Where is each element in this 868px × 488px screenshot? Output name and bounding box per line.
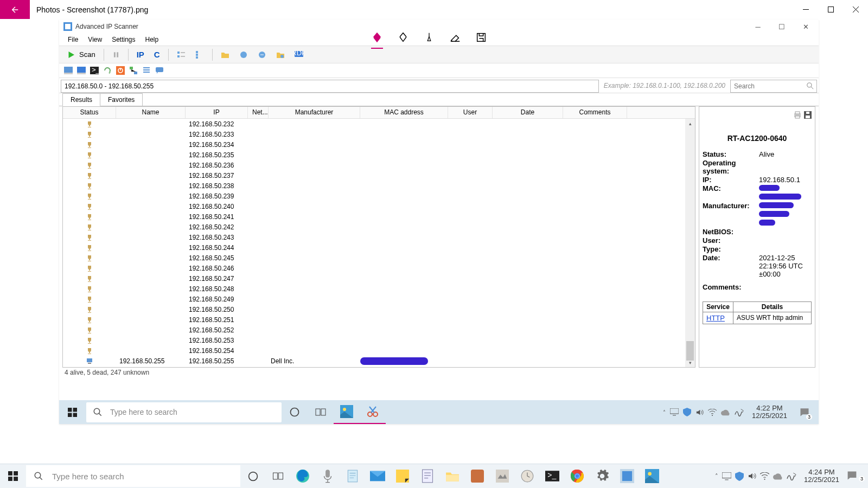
outer-clock[interactable]: 4:24 PM12/25/2021 [801, 468, 843, 484]
tb-edge-icon[interactable] [290, 464, 315, 489]
tb-photos-icon[interactable] [334, 400, 360, 424]
pen-icon[interactable] [423, 31, 435, 43]
search-icon[interactable] [807, 82, 814, 89]
outer-search-box[interactable]: Type here to search [26, 465, 240, 487]
tool-rdp-icon[interactable]: RDP [291, 47, 307, 62]
tray-chevron-icon[interactable]: ˄ [663, 409, 666, 415]
tool-ftp-icon[interactable] [272, 47, 289, 62]
tb-chrome-icon[interactable] [565, 464, 590, 489]
inner-start-button[interactable] [59, 408, 85, 417]
save-disk-icon[interactable] [804, 111, 812, 119]
table-row[interactable]: 192.168.50.239 [63, 191, 695, 201]
menu-settings[interactable]: Settings [107, 35, 139, 44]
minimize-button[interactable] [793, 0, 818, 19]
tray-wifi-icon[interactable] [708, 409, 717, 416]
col-ip[interactable]: IP [186, 107, 248, 118]
cortana-icon[interactable] [282, 400, 308, 424]
table-row[interactable]: 192.168.50.252 [63, 325, 695, 335]
tb-settings-icon[interactable] [590, 464, 615, 489]
tb-sticky-icon[interactable] [390, 464, 415, 489]
tray-handwriting-icon[interactable] [787, 472, 797, 480]
scroll-down[interactable]: ▾ [685, 358, 695, 367]
collapse-button[interactable] [192, 47, 208, 62]
tb-mail-icon[interactable] [365, 464, 390, 489]
table-row[interactable]: 192.168.50.234 [63, 139, 695, 150]
table-row[interactable]: 192.168.50.238 [63, 181, 695, 191]
tb-terminal-icon[interactable]: >_ [540, 464, 565, 489]
table-row[interactable]: 192.168.50.243 [63, 232, 695, 242]
maximize-button[interactable] [818, 0, 843, 19]
tool-folder-icon[interactable] [217, 47, 233, 62]
inner-minimize[interactable]: ─ [746, 20, 770, 34]
tray-shield-icon[interactable] [735, 472, 744, 481]
col-mac[interactable]: MAC address [360, 107, 448, 118]
tray-handwriting-icon[interactable] [735, 408, 744, 416]
eraser-icon[interactable] [449, 31, 461, 43]
expand-button[interactable] [173, 47, 189, 62]
col-date[interactable]: Date [493, 107, 563, 118]
col-name[interactable]: Name [116, 107, 186, 118]
menu-view[interactable]: View [84, 35, 106, 44]
back-button[interactable] [0, 0, 30, 19]
tray-shield-icon[interactable] [683, 408, 691, 416]
ip-range-input[interactable] [61, 80, 599, 93]
inner-search-box[interactable]: Type here to search [86, 402, 282, 422]
tb-vscode-icon[interactable] [415, 464, 440, 489]
tray-monitor-icon[interactable] [670, 408, 679, 416]
tb2-refresh-icon[interactable] [103, 66, 112, 75]
tb-photos-icon[interactable] [640, 464, 665, 489]
inner-notification-icon[interactable]: 3 [795, 402, 814, 422]
col-user[interactable]: User [448, 107, 493, 118]
tab-results[interactable]: Results [62, 93, 100, 106]
table-row[interactable]: 192.168.50.249 [63, 294, 695, 304]
table-row[interactable]: 192.168.50.235 [63, 150, 695, 160]
tb2-list-icon[interactable] [142, 66, 151, 75]
ip-button[interactable]: IP [133, 47, 148, 62]
table-row[interactable]: 192.168.50.244 [63, 242, 695, 253]
menu-file[interactable]: File [63, 35, 82, 44]
inner-maximize[interactable]: ☐ [770, 20, 794, 34]
pause-button[interactable] [108, 47, 124, 62]
http-link[interactable]: HTTP [706, 314, 725, 322]
scan-button[interactable]: Scan [62, 47, 99, 62]
tb2-mon1-icon[interactable] [63, 66, 73, 75]
tray-wifi-icon[interactable] [760, 472, 769, 480]
col-com[interactable]: Comments [563, 107, 627, 118]
tb2-net-icon[interactable] [129, 66, 138, 75]
print-icon[interactable] [793, 111, 802, 119]
col-status[interactable]: Status [63, 107, 116, 118]
table-row[interactable]: 192.168.50.240 [63, 201, 695, 211]
tb2-chat-icon[interactable] [155, 66, 164, 75]
table-row[interactable]: 192.168.50.246 [63, 263, 695, 273]
table-row[interactable]: 192.168.50.251 [63, 314, 695, 325]
tb-explorer-icon[interactable] [440, 464, 465, 489]
search-input[interactable] [730, 80, 817, 93]
table-row[interactable]: 192.168.50.253 [63, 335, 695, 345]
notification-icon[interactable]: 3 [846, 470, 865, 483]
cortana-icon[interactable] [240, 464, 265, 489]
table-row[interactable]: 192.168.50.245 [63, 253, 695, 263]
tray-onedrive-icon[interactable] [773, 472, 783, 480]
col-man[interactable]: Manufacturer [269, 107, 360, 118]
table-row[interactable]: 192.168.50.247 [63, 273, 695, 284]
menu-help[interactable]: Help [141, 35, 163, 44]
table-row[interactable]: 192.168.50.233 [63, 129, 695, 139]
inner-close[interactable]: ✕ [794, 20, 818, 34]
start-button[interactable] [0, 471, 26, 481]
grid-scrollbar[interactable]: ▴ ▾ [685, 119, 695, 367]
tb-mic-icon[interactable] [315, 464, 340, 489]
table-row[interactable]: 192.168.50.255192.168.50.255Dell Inc. [63, 356, 695, 366]
tray-volume-icon[interactable] [748, 472, 756, 480]
scroll-up[interactable]: ▴ [685, 119, 695, 128]
tab-favorites[interactable]: Favorites [100, 93, 143, 106]
tray-monitor-icon[interactable] [722, 472, 731, 480]
c-button[interactable]: C [150, 47, 164, 62]
table-row[interactable]: 192.168.50.237 [63, 170, 695, 181]
tb-app3-icon[interactable] [615, 464, 640, 489]
table-row[interactable]: 192.168.50.248 [63, 284, 695, 294]
table-row[interactable]: 192.168.50.232 [63, 119, 695, 129]
tray-volume-icon[interactable] [695, 408, 704, 416]
tb-notepad-icon[interactable] [340, 464, 365, 489]
tb2-mon2-icon[interactable] [76, 66, 86, 75]
marker-filled-icon[interactable] [371, 31, 383, 43]
